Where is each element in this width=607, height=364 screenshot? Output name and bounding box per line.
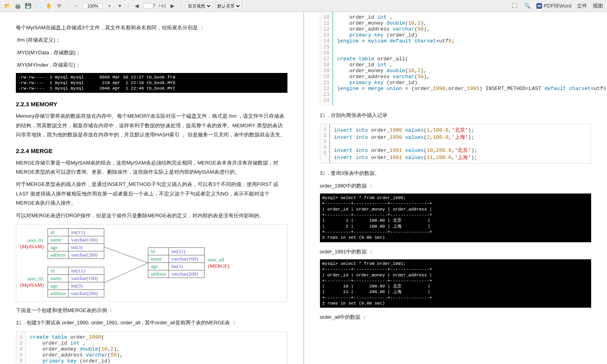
- diagram-engine-label: (MyISAM): [20, 243, 44, 250]
- terminal-output: -rw-rw---- 1 mysql mysql 8666 Mar 30 12:…: [16, 73, 287, 93]
- terminal-output-1990: mysql> select * from order_1990; +------…: [320, 193, 592, 242]
- zoom-dropdown-icon[interactable]: ▾: [116, 2, 123, 10]
- page-container: 每个MyISAM在磁盘上存储成3个文件，其文件名都和表名相同，但拓展名分别是 ：…: [0, 12, 607, 364]
- terminal-output-1991: mysql> select * from order_1991; +------…: [320, 259, 592, 308]
- code-content: create table order_1990( order_id int , …: [26, 332, 127, 364]
- code-content: order_id int , order_money double(10,2),…: [333, 12, 607, 106]
- rotate-icon[interactable]: ⟳: [56, 2, 63, 10]
- body-text: .frm (存储表定义)；: [16, 35, 287, 44]
- diagram-connector-lines: [104, 231, 148, 295]
- open-icon[interactable]: 📂: [4, 2, 11, 10]
- body-text: 可以对MERGE表进行DROP操作，但是这个操作只是删除MERGE表的定义，对内…: [16, 211, 287, 220]
- page-input[interactable]: [144, 3, 155, 9]
- body-text: 1）. 创建3个测试表 order_1990, order_1991, orde…: [16, 318, 287, 327]
- body-text: 2）. 分别向两张表中插入记录: [320, 111, 592, 120]
- diagram-label: user_01: [20, 237, 44, 243]
- line-gutter: 12345: [16, 332, 26, 364]
- save-icon[interactable]: 💾: [25, 2, 32, 10]
- body-text: Memory存储引擎将表的数据存放在内存中。每个MEMORY表实际对应一个磁盘文…: [16, 111, 287, 139]
- line-gutter: 101112131415161718192021222324: [320, 12, 333, 106]
- print-icon[interactable]: 🖨️: [14, 2, 21, 10]
- zoom-in-icon[interactable]: +: [106, 2, 113, 10]
- next-page-icon[interactable]: ▶: [169, 2, 176, 10]
- view-mode-select[interactable]: 双页视图: [186, 3, 212, 9]
- body-text: .MYD(MYData , 存储数据)；: [16, 48, 287, 57]
- menu-file[interactable]: 文件: [577, 2, 587, 10]
- body-text: .MYI(MYIndex , 存储索引)；: [16, 60, 287, 69]
- line-gutter: 12345: [320, 124, 330, 163]
- body-text: MERGE存储引擎是一组MyISAM表的组合，这些MyISAM表必须结构完全相同…: [16, 158, 287, 177]
- page-right: 101112131415161718192021222324 order_id …: [304, 12, 607, 364]
- body-text: 下面是一个创建和使用MERGE表的示例 ：: [16, 306, 287, 315]
- diagram-engine-label: (MERGE): [208, 263, 229, 269]
- body-text: 对于MERGE类型表的插入操作，是通过INSERT_METHOD子句定义插入的表…: [16, 180, 287, 207]
- hand-icon[interactable]: ✋: [45, 2, 52, 10]
- menu-view[interactable]: 视图: [593, 2, 603, 10]
- body-text: order_1991中的数据 ：: [320, 247, 592, 256]
- body-text: order_1990中的数据 ：: [320, 181, 592, 190]
- page-total: / 43: [159, 4, 166, 8]
- separator: [67, 2, 68, 10]
- pdf-toolbar: 📂 🖨️ 💾 ✉️ ✋ ⟳ − + ▾ ◀ / 43 ▶ 双页视图 默认背景 ⛶…: [0, 0, 607, 12]
- mail-icon[interactable]: ✉️: [35, 2, 42, 10]
- svg-line-1: [104, 263, 148, 283]
- code-block-create-continued: 101112131415161718192021222324 order_id …: [320, 12, 592, 106]
- code-block-insert: 12345 insert into order_1990 values(1,10…: [320, 124, 592, 164]
- code-block-create-1990-left: 12345 create table order_1990( order_id …: [16, 331, 287, 364]
- page-left: 每个MyISAM在磁盘上存储成3个文件，其文件名都和表名相同，但拓展名分别是 ：…: [0, 12, 304, 364]
- separator: [181, 2, 181, 10]
- diagram-table-user01: idint(11) namevarchar(100) ageint(3) add…: [48, 228, 104, 259]
- separator: [128, 2, 128, 10]
- background-select[interactable]: 默认背景: [215, 3, 241, 9]
- pdf-to-word-button[interactable]: W PDF转Word: [536, 2, 571, 10]
- prev-page-icon[interactable]: ◀: [133, 2, 140, 10]
- section-heading: 2.2.4 MERGE: [16, 148, 287, 154]
- code-content: insert into order_1990 values(1,100.0,'北…: [330, 124, 481, 163]
- zoom-out-icon[interactable]: −: [73, 2, 80, 10]
- body-text: 每个MyISAM在磁盘上存储成3个文件，其文件名都和表名相同，但拓展名分别是 ：: [16, 23, 287, 32]
- merge-diagram: user_01 (MyISAM) idint(11) namevarchar(1…: [16, 224, 287, 302]
- diagram-label: user_all: [208, 257, 229, 263]
- fullscreen-icon[interactable]: ⛶: [511, 2, 518, 10]
- section-heading: 2.2.3 MEMORY: [16, 101, 287, 107]
- body-text: 3）. 查询3张表中的数据。: [320, 169, 592, 178]
- diagram-engine-label: (MyISAM): [20, 282, 44, 288]
- diagram-label: user_02: [20, 276, 44, 282]
- svg-line-0: [104, 247, 148, 263]
- search-icon[interactable]: 🔍: [524, 2, 531, 10]
- word-icon: W: [536, 3, 542, 9]
- diagram-table-user02: idint(11) namevarchar(100) ageint(3) add…: [48, 267, 104, 297]
- diagram-table-userall: idint(11) namevarchar(100) ageint(3) add…: [148, 247, 205, 278]
- body-text: order_all中的数据 ：: [320, 312, 592, 322]
- zoom-input[interactable]: [83, 3, 103, 9]
